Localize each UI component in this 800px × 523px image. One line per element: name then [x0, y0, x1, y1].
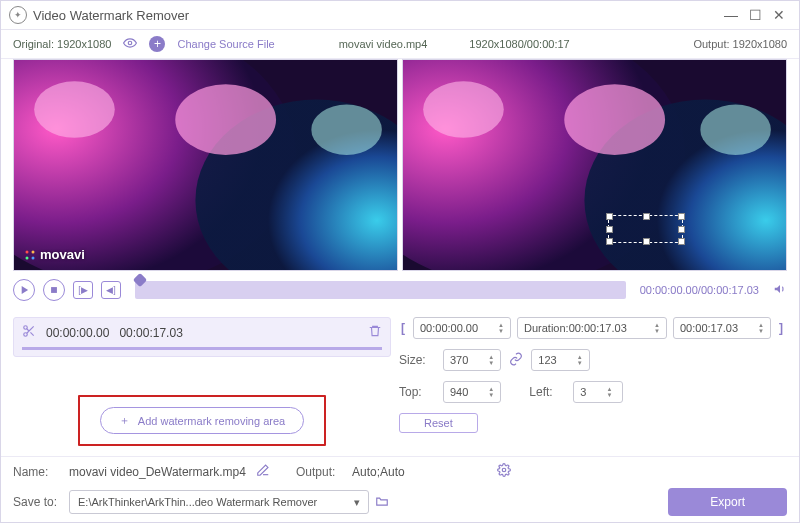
spinner-icon[interactable]: ▲▼ — [758, 322, 764, 334]
svg-point-6 — [311, 105, 382, 155]
output-resolution-label: Output: 1920x1080 — [693, 38, 787, 50]
name-label: Name: — [13, 465, 63, 479]
segments-column: 00:00:00.00 00:00:17.03 ＋ Add watermark … — [13, 317, 391, 448]
movavi-watermark: movavi — [24, 247, 85, 262]
app-logo-icon: ✦ — [9, 6, 27, 24]
timeline-slider[interactable] — [135, 281, 626, 299]
delete-segment-icon[interactable] — [368, 324, 382, 341]
mark-in-button[interactable]: [▶ — [73, 281, 93, 299]
svg-rect-17 — [51, 287, 57, 293]
highlight-box: ＋ Add watermark removing area — [78, 395, 326, 446]
spinner-icon[interactable]: ▲▼ — [488, 386, 494, 398]
titlebar: ✦ Video Watermark Remover — ☐ ✕ — [1, 1, 799, 30]
change-source-plus-icon[interactable]: + — [149, 36, 165, 52]
left-label: Left: — [529, 385, 567, 399]
svg-point-18 — [24, 326, 28, 330]
source-info: 1920x1080/00:00:17 — [469, 38, 569, 50]
edit-name-icon[interactable] — [256, 463, 270, 480]
spinner-icon[interactable]: ▲▼ — [498, 322, 504, 334]
close-button[interactable]: ✕ — [767, 3, 791, 27]
play-button[interactable] — [13, 279, 35, 301]
original-preview: movavi — [13, 59, 398, 271]
selection-rectangle[interactable] — [608, 215, 683, 243]
timeline-cursor[interactable] — [133, 273, 147, 287]
plus-icon: ＋ — [119, 413, 130, 428]
svg-point-8 — [32, 250, 35, 253]
spinner-icon[interactable]: ▲▼ — [577, 354, 583, 366]
range-start-input[interactable]: 00:00:00.00▲▼ — [413, 317, 511, 339]
dropdown-icon[interactable]: ▾ — [354, 496, 360, 509]
svg-point-19 — [24, 333, 28, 337]
svg-point-20 — [502, 468, 506, 472]
preview-row: movavi — [1, 59, 799, 271]
svg-point-15 — [423, 81, 504, 137]
svg-point-16 — [700, 105, 771, 155]
export-button[interactable]: Export — [668, 488, 787, 516]
range-end-input[interactable]: 00:00:17.03▲▼ — [673, 317, 771, 339]
preview-eye-icon[interactable] — [123, 36, 137, 52]
saveto-label: Save to: — [13, 495, 63, 509]
output-name: movavi video_DeWatermark.mp4 — [69, 465, 246, 479]
app-window: ✦ Video Watermark Remover — ☐ ✕ Original… — [0, 0, 800, 523]
reset-button[interactable]: Reset — [399, 413, 478, 433]
svg-point-4 — [175, 84, 276, 155]
svg-point-5 — [34, 81, 115, 137]
height-input[interactable]: 123▲▼ — [531, 349, 589, 371]
range-duration-input[interactable]: Duration:00:00:17.03▲▼ — [517, 317, 667, 339]
saveto-path-select[interactable]: E:\ArkThinker\ArkThin...deo Watermark Re… — [69, 490, 369, 514]
original-resolution-label: Original: 1920x1080 — [13, 38, 111, 50]
bottom-bar: Name: movavi video_DeWatermark.mp4 Outpu… — [1, 456, 799, 522]
spinner-icon[interactable]: ▲▼ — [606, 386, 612, 398]
player-controls: [▶ ◀] 00:00:00.00/00:00:17.03 — [1, 271, 799, 309]
open-folder-icon[interactable] — [375, 494, 389, 511]
params-column: [ 00:00:00.00▲▼ Duration:00:00:17.03▲▼ 0… — [399, 317, 787, 448]
segment-end: 00:00:17.03 — [119, 326, 182, 340]
change-source-button[interactable]: Change Source File — [177, 38, 274, 50]
minimize-button[interactable]: — — [719, 3, 743, 27]
volume-icon[interactable] — [773, 282, 787, 299]
mark-out-button[interactable]: ◀] — [101, 281, 121, 299]
maximize-button[interactable]: ☐ — [743, 3, 767, 27]
bracket-open-icon[interactable]: [ — [399, 321, 407, 335]
segment-start: 00:00:00.00 — [46, 326, 109, 340]
spinner-icon[interactable]: ▲▼ — [654, 322, 660, 334]
stop-button[interactable] — [43, 279, 65, 301]
svg-point-7 — [26, 250, 29, 253]
svg-point-9 — [26, 256, 29, 259]
scissors-icon — [22, 324, 36, 341]
result-preview[interactable] — [402, 59, 787, 271]
segment-item[interactable]: 00:00:00.00 00:00:17.03 — [13, 317, 391, 357]
link-aspect-icon[interactable] — [507, 352, 525, 369]
output-settings-icon[interactable] — [497, 463, 511, 480]
window-title: Video Watermark Remover — [33, 8, 189, 23]
left-input[interactable]: 3▲▼ — [573, 381, 623, 403]
width-input[interactable]: 370▲▼ — [443, 349, 501, 371]
time-display: 00:00:00.00/00:00:17.03 — [640, 284, 759, 296]
top-input[interactable]: 940▲▼ — [443, 381, 501, 403]
output-format-value: Auto;Auto — [352, 465, 405, 479]
top-label: Top: — [399, 385, 437, 399]
add-area-button[interactable]: ＋ Add watermark removing area — [100, 407, 304, 434]
bracket-close-icon[interactable]: ] — [777, 321, 785, 335]
spinner-icon[interactable]: ▲▼ — [488, 354, 494, 366]
mid-section: 00:00:00.00 00:00:17.03 ＋ Add watermark … — [1, 309, 799, 456]
size-label: Size: — [399, 353, 437, 367]
svg-point-0 — [129, 41, 133, 45]
infobar: Original: 1920x1080 + Change Source File… — [1, 30, 799, 59]
svg-point-14 — [564, 84, 665, 155]
svg-point-10 — [32, 256, 35, 259]
output-format-label: Output: — [296, 465, 346, 479]
segment-bar — [22, 347, 382, 350]
source-filename: movavi video.mp4 — [339, 38, 428, 50]
